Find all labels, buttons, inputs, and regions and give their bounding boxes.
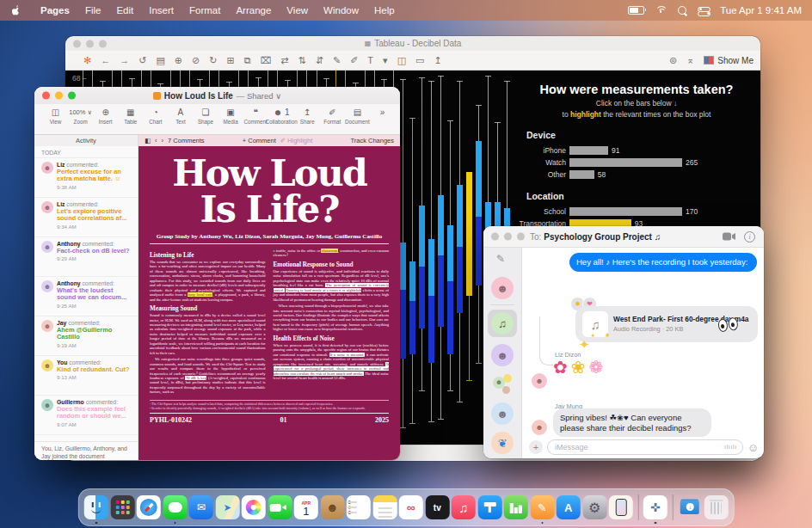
control-center-icon[interactable] bbox=[698, 7, 709, 15]
sort-asc-icon[interactable]: ⇅ bbox=[298, 56, 305, 65]
dock-trash-icon[interactable] bbox=[704, 495, 728, 519]
dock-photos-icon[interactable] bbox=[242, 495, 266, 519]
toolbar-zoom-button[interactable]: 100% ∨Zoom bbox=[68, 107, 93, 125]
swap-icon[interactable]: ⇄ bbox=[280, 56, 288, 65]
device-bar-iphone[interactable]: iPhone91 bbox=[513, 144, 760, 156]
dock-maps-icon[interactable]: ➤ bbox=[215, 495, 239, 519]
avatar-group[interactable]: ☻ bbox=[491, 373, 514, 396]
dock-settings-icon[interactable]: ⚙ bbox=[582, 495, 606, 519]
avatar-anthony[interactable]: ☻ bbox=[491, 344, 514, 366]
comment-item[interactable]: ☻You commented:Kind of redundant. Cut?9:… bbox=[34, 356, 138, 396]
toolbar-format-button[interactable]: ✐Format bbox=[320, 107, 345, 125]
wifi-icon[interactable] bbox=[655, 6, 667, 15]
outgoing-message-bubble[interactable]: Hey all! ♪ Here's the recording I took y… bbox=[569, 253, 757, 272]
dock-tv-icon[interactable]: tv bbox=[425, 495, 449, 519]
toolbar-share-button[interactable]: ↥Share bbox=[295, 107, 320, 125]
dock-freeform-icon[interactable]: ∞ bbox=[399, 495, 423, 519]
menu-window[interactable]: Window bbox=[323, 5, 359, 15]
toolbar-collaboration-button[interactable]: ☻ 1Collaboration bbox=[268, 107, 295, 125]
menu-file[interactable]: File bbox=[85, 5, 102, 15]
comment-item[interactable]: ☻Liz commented:Perfect excuse for an ext… bbox=[34, 158, 138, 198]
avatar-grandma[interactable]: ☻ bbox=[491, 402, 514, 425]
imessage-input[interactable] bbox=[547, 439, 743, 455]
toolbar-view-button[interactable]: ◫View bbox=[43, 107, 68, 125]
close-button[interactable] bbox=[42, 92, 50, 100]
document-page[interactable]: How Loud Is Life? Group Study by Anthony… bbox=[138, 146, 400, 460]
zoom-button[interactable] bbox=[99, 40, 107, 47]
presentation-mode-icon[interactable]: ⌅ bbox=[686, 56, 694, 65]
clear-icon[interactable]: ⌧ bbox=[261, 56, 272, 65]
dock-pages-icon[interactable]: ✎ bbox=[530, 495, 554, 519]
dock-keynote-icon[interactable] bbox=[477, 495, 501, 519]
back-icon[interactable]: ← bbox=[101, 56, 110, 65]
menu-pages[interactable]: Pages bbox=[40, 5, 70, 15]
refresh-icon[interactable]: ↻ bbox=[209, 56, 217, 65]
battery-icon[interactable] bbox=[628, 6, 644, 15]
toolbar-chart-button[interactable]: ◔Chart bbox=[143, 107, 168, 125]
toolbar-shape-button[interactable]: ❏Shape bbox=[193, 107, 218, 125]
incoming-message-bubble[interactable]: Spring vibes! ☘❀♥ Can everyone please sh… bbox=[553, 408, 711, 437]
toolbar-overflow-button[interactable]: » bbox=[370, 107, 395, 118]
show-me-button[interactable]: Show Me bbox=[704, 56, 754, 65]
analytics-icon[interactable]: ⊚ bbox=[669, 56, 677, 65]
dock-finder-icon[interactable] bbox=[84, 495, 108, 519]
text-box-icon[interactable]: T bbox=[367, 56, 373, 65]
minimize-button[interactable] bbox=[504, 233, 512, 241]
dock-facetime-icon[interactable] bbox=[268, 495, 292, 519]
audio-message-icon[interactable]: ılıılı bbox=[724, 443, 737, 451]
add-attachment-button[interactable]: + bbox=[529, 440, 543, 454]
dock-mail-icon[interactable]: ✉ bbox=[189, 495, 213, 519]
device-bar-other[interactable]: Other58 bbox=[513, 169, 760, 180]
forward-icon[interactable]: → bbox=[120, 56, 129, 65]
undo-icon[interactable]: ↺ bbox=[138, 56, 146, 65]
pause-icon[interactable]: ⊘ bbox=[192, 56, 200, 65]
dock-notes-icon[interactable] bbox=[372, 495, 397, 519]
presentation-icon[interactable]: ▭ bbox=[415, 56, 424, 65]
comment-item[interactable]: ☻Guillermo commented:Does this example f… bbox=[34, 396, 138, 435]
menu-insert[interactable]: Insert bbox=[149, 5, 174, 15]
prev-comment-icon[interactable]: ‹ bbox=[155, 137, 157, 144]
track-changes-button[interactable]: Track Changes bbox=[350, 137, 394, 144]
dock-contacts-icon[interactable]: ☻ bbox=[320, 495, 344, 519]
dock-reminders-icon[interactable] bbox=[347, 495, 371, 519]
toolbar-text-button[interactable]: AText bbox=[168, 107, 193, 125]
menu-clock[interactable]: Tue Apr 1 9:41 AM bbox=[720, 5, 802, 15]
format-icon[interactable]: ✐ bbox=[350, 56, 358, 65]
share-icon[interactable]: ↥ bbox=[434, 56, 441, 65]
comment-item[interactable]: ☻Anthony commented:Fact-check on dB leve… bbox=[34, 237, 138, 277]
info-icon[interactable]: i bbox=[744, 231, 755, 243]
facetime-video-icon[interactable] bbox=[723, 232, 735, 241]
menu-format[interactable]: Format bbox=[189, 5, 220, 15]
minimize-button[interactable] bbox=[86, 40, 94, 47]
apple-menu-icon[interactable] bbox=[10, 4, 21, 16]
next-comment-icon[interactable]: › bbox=[162, 137, 164, 144]
comment-item[interactable]: ☻Jay commented:Ahem @Guillermo Castillo9… bbox=[34, 316, 138, 356]
dock-tableau-icon[interactable]: ✜ bbox=[643, 495, 667, 519]
menu-help[interactable]: Help bbox=[374, 5, 395, 15]
dock-music-icon[interactable]: ♫ bbox=[452, 495, 476, 519]
compose-icon[interactable]: ✎ bbox=[496, 253, 505, 265]
dock-appstore-icon[interactable]: A bbox=[557, 495, 581, 519]
device-bar-watch[interactable]: Watch265 bbox=[513, 157, 760, 168]
add-data-icon[interactable]: ⊕ bbox=[175, 56, 182, 65]
zoom-button[interactable] bbox=[68, 92, 76, 100]
comment-item[interactable]: ☻Anthony commented:What's the loudest so… bbox=[34, 277, 138, 316]
dock-safari-icon[interactable] bbox=[137, 495, 161, 519]
toolbar-document-button[interactable]: ▤Document bbox=[345, 107, 370, 125]
dock-iphone-mirroring-icon[interactable] bbox=[609, 495, 633, 519]
flower-emojis-message[interactable]: ✿❀❁ bbox=[553, 357, 606, 378]
dock-messages-icon[interactable] bbox=[163, 495, 187, 519]
minimize-button[interactable] bbox=[55, 92, 63, 100]
add-comment-button[interactable]: + Comment bbox=[243, 137, 276, 144]
menu-view[interactable]: View bbox=[286, 5, 308, 15]
emoji-picker-icon[interactable]: ☺ bbox=[747, 441, 759, 454]
duplicate-icon[interactable]: ⧉ bbox=[244, 56, 251, 65]
avatar-butterfly[interactable]: ❦ bbox=[491, 432, 514, 454]
sidebar-toggle-icon[interactable]: ◧ bbox=[145, 137, 151, 144]
show-cards-icon[interactable]: ◫ bbox=[397, 56, 406, 65]
comment-item[interactable]: ☻Liz commented:Let's explore positive so… bbox=[34, 198, 138, 237]
shared-menu[interactable]: — Shared ∨ bbox=[237, 91, 281, 101]
dock-downloads-icon[interactable] bbox=[678, 495, 702, 519]
toolbar-comment-button[interactable]: ❝Comment bbox=[243, 107, 268, 125]
location-bar-school[interactable]: School170 bbox=[513, 206, 760, 217]
